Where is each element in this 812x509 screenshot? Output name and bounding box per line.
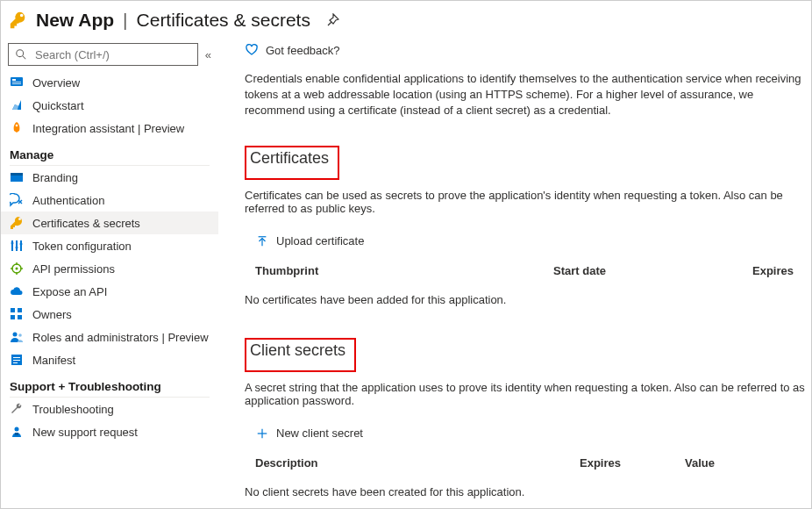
page-title: Certificates & secrets xyxy=(137,10,310,31)
svg-rect-28 xyxy=(13,357,20,358)
sidebar-item-quickstart[interactable]: Quickstart xyxy=(1,94,218,117)
key-icon xyxy=(10,216,24,230)
sidebar-item-certificates-secrets[interactable]: Certificates & secrets xyxy=(1,211,218,234)
sidebar-item-new-support-request[interactable]: New support request xyxy=(1,420,218,443)
col-description: Description xyxy=(255,456,580,470)
new-client-secret-button[interactable]: New client secret xyxy=(255,425,363,442)
sidebar-item-label: Owners xyxy=(32,308,72,321)
page-header: New App | Certificates & secrets xyxy=(1,1,811,39)
page-description: Credentials enable confidential applicat… xyxy=(245,71,811,119)
sidebar-item-label: Expose an API xyxy=(32,285,107,298)
sidebar-item-integration-assistant[interactable]: Integration assistant | Preview xyxy=(1,117,218,140)
sidebar-item-roles-administrators[interactable]: Roles and administrators | Preview xyxy=(1,326,218,348)
owners-icon xyxy=(10,307,24,321)
sidebar-item-label: Overview xyxy=(32,76,80,90)
expose-api-icon xyxy=(10,284,24,298)
col-value: Value xyxy=(685,456,801,470)
col-expires: Expires xyxy=(676,264,801,277)
sidebar-item-authentication[interactable]: Authentication xyxy=(1,189,218,211)
sidebar-item-branding[interactable]: Branding xyxy=(1,166,218,189)
collapse-sidebar-button[interactable]: « xyxy=(205,48,211,61)
auth-icon xyxy=(10,193,24,207)
svg-rect-32 xyxy=(15,433,18,435)
sidebar: « Overview Quickstart Integration assist… xyxy=(1,39,218,505)
heart-icon xyxy=(245,43,259,57)
highlight-client-secrets: Client secrets xyxy=(245,338,356,372)
svg-rect-30 xyxy=(13,362,18,363)
svg-point-31 xyxy=(15,427,19,432)
certificates-empty-message: No certificates have been added for this… xyxy=(245,293,811,306)
sidebar-item-label: Authentication xyxy=(32,194,104,207)
sidebar-section-manage: Manage xyxy=(1,140,218,165)
sidebar-item-token-configuration[interactable]: Token configuration xyxy=(1,234,218,257)
support-icon xyxy=(10,425,24,439)
client-secrets-description: A secret string that the application use… xyxy=(245,381,811,407)
svg-rect-23 xyxy=(11,315,15,319)
svg-point-12 xyxy=(11,242,14,245)
sidebar-item-label: Branding xyxy=(32,171,78,184)
branding-icon xyxy=(10,170,24,184)
svg-point-6 xyxy=(16,125,18,127)
overview-icon xyxy=(10,75,24,90)
main-content: Got feedback? Credentials enable confide… xyxy=(218,39,811,505)
sidebar-section-support: Support + Troubleshooting xyxy=(1,371,218,397)
rocket-icon xyxy=(10,121,24,135)
api-permissions-icon xyxy=(10,262,24,276)
sidebar-item-label: Integration assistant | Preview xyxy=(32,122,184,135)
manifest-icon xyxy=(10,353,24,367)
roles-icon xyxy=(10,330,24,344)
svg-rect-3 xyxy=(12,79,16,81)
sidebar-item-label: Certificates & secrets xyxy=(32,217,140,230)
feedback-label: Got feedback? xyxy=(266,44,340,57)
svg-rect-21 xyxy=(11,308,15,312)
col-start-date: Start date xyxy=(553,264,676,277)
feedback-link[interactable]: Got feedback? xyxy=(245,43,811,57)
sidebar-item-label: Roles and administrators | Preview xyxy=(32,331,209,344)
upload-certificate-label: Upload certificate xyxy=(276,234,364,247)
svg-point-16 xyxy=(16,268,18,270)
upload-certificate-button[interactable]: Upload certificate xyxy=(255,233,364,250)
certificates-heading: Certificates xyxy=(250,149,329,168)
sidebar-item-label: Quickstart xyxy=(32,99,84,112)
svg-rect-4 xyxy=(12,82,21,82)
svg-point-14 xyxy=(20,243,23,246)
new-client-secret-label: New client secret xyxy=(276,427,363,440)
pin-icon[interactable] xyxy=(324,12,340,28)
sidebar-item-label: Token configuration xyxy=(32,240,132,253)
key-icon xyxy=(8,10,29,31)
col-expires: Expires xyxy=(580,456,685,470)
sidebar-item-api-permissions[interactable]: API permissions xyxy=(1,257,218,280)
upload-icon xyxy=(255,234,269,248)
svg-rect-22 xyxy=(18,308,22,312)
secrets-table-header: Description Expires Value xyxy=(245,449,811,477)
search-input-container[interactable] xyxy=(8,43,198,66)
sidebar-item-troubleshooting[interactable]: Troubleshooting xyxy=(1,398,218,420)
plus-icon xyxy=(255,427,269,441)
sidebar-item-owners[interactable]: Owners xyxy=(1,303,218,326)
search-icon xyxy=(14,47,28,61)
sidebar-item-label: Manifest xyxy=(32,354,75,367)
token-icon xyxy=(10,239,24,253)
client-secrets-heading: Client secrets xyxy=(250,341,345,360)
certificates-description: Certificates can be used as secrets to p… xyxy=(245,189,811,215)
svg-rect-8 xyxy=(11,173,23,176)
sidebar-item-expose-api[interactable]: Expose an API xyxy=(1,280,218,303)
sidebar-item-overview[interactable]: Overview xyxy=(1,71,218,94)
svg-rect-29 xyxy=(13,360,20,361)
svg-point-25 xyxy=(13,333,18,337)
certificates-table-header: Thumbprint Start date Expires xyxy=(245,257,811,284)
sidebar-item-label: API permissions xyxy=(32,262,115,276)
sidebar-item-label: Troubleshooting xyxy=(32,403,114,416)
wrench-icon xyxy=(10,402,24,416)
title-separator: | xyxy=(123,10,127,31)
search-input[interactable] xyxy=(33,47,192,62)
sidebar-item-manifest[interactable]: Manifest xyxy=(1,348,218,371)
highlight-certificates: Certificates xyxy=(245,146,339,180)
svg-rect-24 xyxy=(18,315,22,319)
svg-line-1 xyxy=(23,56,26,60)
quickstart-icon xyxy=(10,98,24,112)
col-thumbprint: Thumbprint xyxy=(255,264,553,277)
svg-point-13 xyxy=(16,247,18,249)
sidebar-item-label: New support request xyxy=(32,426,138,439)
svg-point-26 xyxy=(18,333,22,337)
